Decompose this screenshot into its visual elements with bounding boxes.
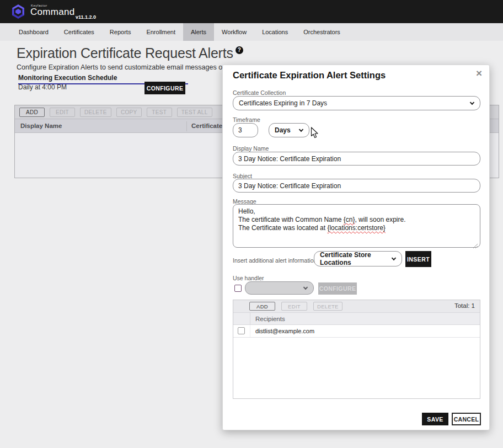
alerts-delete-button: DELETE: [80, 108, 111, 117]
monitoring-schedule-value: Daily at 4:00 PM: [18, 83, 67, 91]
brand-label: Command: [30, 7, 75, 18]
message-textarea[interactable]: Hello,The certificate with Common Name {…: [233, 204, 480, 248]
version-label: v11.1.2.0: [76, 14, 96, 20]
column-divider: [186, 121, 187, 131]
timeframe-unit-select[interactable]: Days: [269, 123, 309, 137]
main-nav: Dashboard Certificates Reports Enrollmen…: [0, 23, 503, 41]
dialog-title: Certificate Expiration Alert Settings: [233, 70, 386, 81]
nav-item-enrollment[interactable]: Enrollment: [138, 23, 183, 41]
column-divider: [250, 313, 250, 324]
certificate-collection-value: Certificates Expiring in 7 Days: [239, 99, 327, 107]
cancel-button[interactable]: CANCEL: [452, 413, 481, 425]
recipient-checkbox[interactable]: [238, 327, 245, 334]
page-subtitle: Configure Expiration Alerts to send cust…: [17, 63, 223, 71]
alerts-test-all-button: TEST ALL: [177, 108, 212, 117]
timeframe-input[interactable]: [233, 123, 258, 137]
resize-handle[interactable]: [473, 243, 478, 248]
use-handler-checkbox[interactable]: [234, 285, 242, 292]
certificate-collection-label: Certificate Collection: [233, 89, 286, 96]
insert-info-value: Certificate Store Locations: [320, 251, 387, 266]
column-divider: [250, 325, 250, 337]
recipients-header: Recipients: [233, 312, 480, 325]
nav-item-locations[interactable]: Locations: [254, 23, 296, 41]
timeframe-unit-value: Days: [275, 126, 291, 134]
insert-info-select[interactable]: Certificate Store Locations: [314, 251, 402, 266]
chevron-down-icon: [392, 256, 396, 260]
chevron-down-icon: [470, 100, 474, 105]
save-button[interactable]: SAVE: [422, 413, 448, 425]
nav-item-certificates[interactable]: Certificates: [56, 23, 102, 41]
alerts-add-button[interactable]: ADD: [19, 108, 45, 117]
subject-input[interactable]: [233, 179, 480, 193]
nav-item-reports[interactable]: Reports: [102, 23, 139, 41]
handler-select: [245, 281, 314, 295]
recipients-toolbar: ADD EDIT DELETE Total: 1: [233, 300, 480, 312]
keyfactor-logo-icon: [9, 3, 27, 20]
page-title: Expiration Certificate Request Alerts?: [17, 45, 243, 61]
alerts-test-button: TEST: [147, 108, 172, 117]
column-display-name: Display Name: [20, 122, 62, 129]
use-handler-label: Use handler: [233, 275, 264, 281]
recipients-column-label: Recipients: [255, 316, 285, 322]
monitoring-configure-button[interactable]: CONFIGURE: [145, 82, 185, 94]
recipients-add-button[interactable]: ADD: [249, 302, 275, 311]
page-title-text: Expiration Certificate Request Alerts: [17, 45, 233, 61]
app-header: Keyfactor Command v11.1.2.0: [0, 0, 503, 23]
certificate-collection-select[interactable]: Certificates Expiring in 7 Days: [233, 96, 480, 110]
display-name-input[interactable]: [233, 152, 480, 166]
screen: Keyfactor Command v11.1.2.0 Dashboard Ce…: [0, 0, 503, 448]
recipient-email: distlist@example.com: [255, 328, 314, 334]
nav-item-dashboard[interactable]: Dashboard: [11, 23, 56, 41]
recipients-edit-button: EDIT: [281, 302, 307, 311]
insert-button[interactable]: INSERT: [405, 251, 431, 267]
display-name-label: Display Name: [233, 145, 269, 152]
nav-item-orchestrators[interactable]: Orchestrators: [296, 23, 348, 41]
recipients-delete-button: DELETE: [313, 302, 343, 311]
recipients-table: ADD EDIT DELETE Total: 1 Recipients dist…: [233, 300, 480, 399]
help-icon[interactable]: ?: [236, 46, 243, 54]
insert-info-label: Insert additional alert information: [233, 257, 317, 264]
chevron-down-icon: [303, 285, 308, 290]
recipients-total: Total: 1: [454, 302, 475, 309]
certificate-expiration-alert-settings-dialog: Certificate Expiration Alert Settings × …: [222, 65, 490, 430]
close-icon[interactable]: ×: [476, 68, 482, 79]
alerts-copy-button: COPY: [116, 108, 142, 117]
recipient-row[interactable]: distlist@example.com: [233, 325, 480, 338]
column-certificate: Certificate: [191, 122, 222, 129]
alerts-edit-button: EDIT: [50, 108, 75, 117]
chevron-down-icon: [299, 127, 303, 132]
timeframe-label: Timeframe: [233, 116, 260, 123]
nav-item-alerts[interactable]: Alerts: [183, 23, 214, 41]
nav-item-workflow[interactable]: Workflow: [214, 23, 254, 41]
handler-configure-button: CONFIGURE: [318, 282, 357, 295]
